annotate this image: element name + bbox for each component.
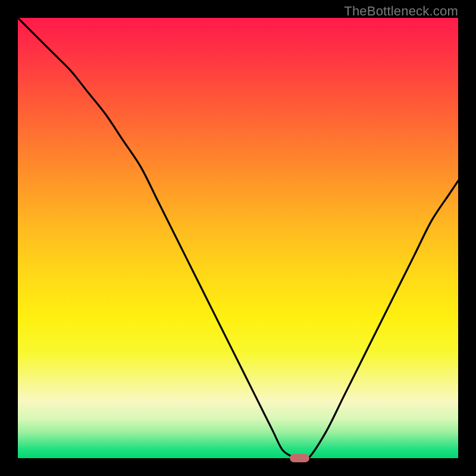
chart-frame: TheBottleneck.com (0, 0, 476, 476)
bottleneck-curve (18, 18, 458, 458)
plot-area (18, 18, 458, 458)
curve-path (18, 18, 458, 458)
optimal-marker (290, 454, 309, 462)
watermark-text: TheBottleneck.com (344, 4, 458, 19)
